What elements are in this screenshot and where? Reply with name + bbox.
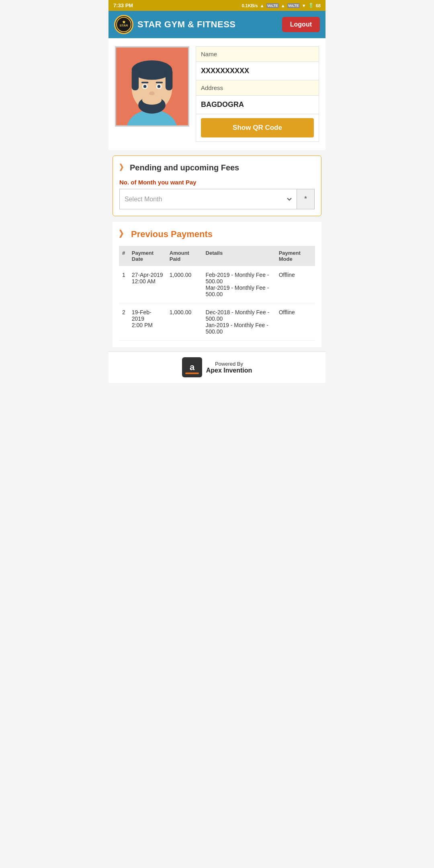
app-logo: STAR ⭐ bbox=[114, 15, 133, 34]
avatar-image bbox=[116, 47, 188, 125]
signal-icon2: ▲ bbox=[281, 3, 285, 8]
svg-rect-22 bbox=[185, 373, 199, 374]
svg-text:⭐: ⭐ bbox=[122, 20, 126, 24]
rss-icon-payments: 》 bbox=[119, 228, 128, 240]
footer-text-block: Powered By Apex Invention bbox=[206, 361, 252, 374]
table-header: # Payment Date Amount Paid Details Payme… bbox=[119, 246, 315, 266]
svg-point-16 bbox=[158, 85, 161, 88]
network-speed: 0.1KB/s bbox=[242, 3, 258, 8]
powered-by-text: Powered By bbox=[206, 361, 252, 367]
col-payment-mode: Payment Mode bbox=[276, 246, 315, 266]
asterisk-button[interactable]: * bbox=[297, 189, 315, 209]
brand-text: Apex Invention bbox=[206, 367, 252, 374]
table-row: 2 19-Feb-20192:00 PM 1,000.00 Dec-2018 -… bbox=[119, 303, 315, 341]
lte-icon: VoLTE bbox=[266, 3, 279, 8]
cell-amount: 1,000.00 bbox=[166, 266, 203, 303]
app-header: STAR ⭐ STAR GYM & FITNESS Logout bbox=[108, 11, 326, 38]
col-hash: # bbox=[119, 246, 129, 266]
battery-icon: 🔋 bbox=[308, 3, 314, 8]
logo-svg: STAR ⭐ bbox=[116, 17, 131, 32]
logout-button[interactable]: Logout bbox=[282, 17, 320, 32]
app-title: STAR GYM & FITNESS bbox=[137, 19, 236, 30]
header-left: STAR ⭐ STAR GYM & FITNESS bbox=[114, 15, 236, 34]
svg-text:a: a bbox=[190, 362, 195, 372]
footer: a Powered By Apex Invention bbox=[108, 351, 326, 383]
table-header-row: # Payment Date Amount Paid Details Payme… bbox=[119, 246, 315, 266]
payments-table: # Payment Date Amount Paid Details Payme… bbox=[119, 246, 315, 341]
svg-point-15 bbox=[143, 85, 147, 88]
address-label: Address bbox=[196, 80, 319, 96]
lte-icon2: VoLTE bbox=[287, 3, 300, 8]
cell-date: 27-Apr-201912:00 AM bbox=[129, 266, 166, 303]
wifi-icon: ▼ bbox=[302, 3, 306, 8]
month-select[interactable]: Select Month 1 Month 2 Months 3 Months 6… bbox=[119, 189, 297, 209]
address-value: BAGDOGRA bbox=[196, 96, 319, 114]
footer-inner: a Powered By Apex Invention bbox=[114, 357, 320, 377]
payments-title-text: Previous Payments bbox=[131, 229, 213, 240]
col-payment-date: Payment Date bbox=[129, 246, 166, 266]
cell-date: 19-Feb-20192:00 PM bbox=[129, 303, 166, 341]
profile-info-box: Name XXXXXXXXXX Address BAGDOGRA Show QR… bbox=[196, 46, 319, 142]
payments-title: 》 Previous Payments bbox=[119, 228, 315, 240]
svg-rect-9 bbox=[132, 69, 139, 90]
table-row: 1 27-Apr-201912:00 AM 1,000.00 Feb-2019 … bbox=[119, 266, 315, 303]
status-time: 7:33 PM bbox=[113, 2, 133, 8]
payments-section: 》 Previous Payments # Payment Date Amoun… bbox=[113, 222, 321, 347]
cell-mode: Offline bbox=[276, 303, 315, 341]
cell-details: Dec-2018 - Monthly Fee - 500.00Jan-2019 … bbox=[203, 303, 276, 341]
fees-title: 》 Pending and upcoming Fees bbox=[119, 162, 315, 173]
cell-details: Feb-2019 - Monthly Fee - 500.00Mar-2019 … bbox=[203, 266, 276, 303]
status-right: 0.1KB/s ▲ VoLTE ▲ VoLTE ▼ 🔋 68 bbox=[242, 3, 321, 8]
avatar-box bbox=[115, 46, 189, 127]
name-value: XXXXXXXXXX bbox=[196, 62, 319, 80]
col-details: Details bbox=[203, 246, 276, 266]
cell-amount: 1,000.00 bbox=[166, 303, 203, 341]
select-row: Select Month 1 Month 2 Months 3 Months 6… bbox=[119, 189, 315, 209]
apex-logo: a bbox=[182, 357, 202, 377]
fees-section: 》 Pending and upcoming Fees No. of Month… bbox=[113, 156, 321, 216]
cell-mode: Offline bbox=[276, 266, 315, 303]
profile-section: Name XXXXXXXXXX Address BAGDOGRA Show QR… bbox=[108, 38, 326, 150]
month-label: No. of Month you want Pay bbox=[119, 179, 315, 186]
apex-logo-svg: a bbox=[182, 357, 202, 377]
svg-text:STAR: STAR bbox=[119, 24, 128, 27]
fees-title-text: Pending and upcoming Fees bbox=[130, 163, 239, 172]
cell-index: 1 bbox=[119, 266, 129, 303]
cell-index: 2 bbox=[119, 303, 129, 341]
signal-icon: ▲ bbox=[260, 3, 264, 8]
col-amount: Amount Paid bbox=[166, 246, 203, 266]
svg-point-12 bbox=[142, 95, 162, 104]
status-bar: 7:33 PM 0.1KB/s ▲ VoLTE ▲ VoLTE ▼ 🔋 68 bbox=[108, 0, 326, 11]
battery-level: 68 bbox=[316, 3, 321, 8]
rss-icon: 》 bbox=[119, 162, 127, 173]
payments-tbody: 1 27-Apr-201912:00 AM 1,000.00 Feb-2019 … bbox=[119, 266, 315, 341]
name-label: Name bbox=[196, 47, 319, 62]
svg-rect-18 bbox=[156, 82, 163, 83]
svg-rect-10 bbox=[166, 69, 172, 90]
show-qr-button[interactable]: Show QR Code bbox=[201, 118, 314, 137]
svg-rect-17 bbox=[141, 82, 148, 83]
svg-point-19 bbox=[149, 92, 155, 96]
